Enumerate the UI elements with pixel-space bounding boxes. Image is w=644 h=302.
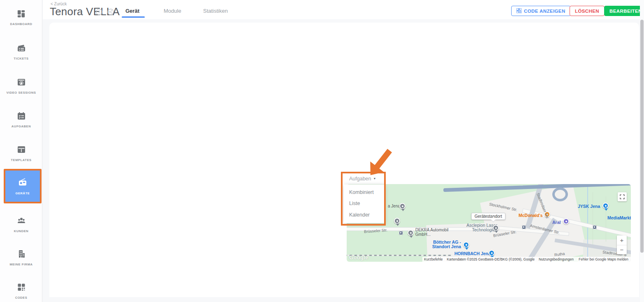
sidebar-label: DASHBOARD: [0, 22, 42, 26]
map-poi-label[interactable]: DEKRA Automobil GmbH...: [415, 228, 456, 237]
map-attribution: Kurzbefehle Kartendaten ©2025 GeoBasis-D…: [422, 257, 631, 262]
map-report-link[interactable]: Fehler bei Google Maps melden: [578, 257, 629, 261]
edit-label: BEARBEITEN: [609, 9, 642, 14]
tickets-icon: [16, 43, 26, 55]
scrollbar-track[interactable]: [640, 0, 644, 302]
scrollbar-thumb[interactable]: [640, 20, 644, 253]
map-pin-dekra[interactable]: [408, 230, 414, 236]
map-poi-label[interactable]: MediaMarkt: [607, 215, 631, 220]
google-logo: Google: [349, 254, 368, 261]
map-parcel-line: [593, 192, 593, 246]
sidebar-label: TICKETS: [0, 57, 42, 60]
company-icon: [16, 249, 26, 261]
detail-tab-aufgaben[interactable]: Aufgaben▼: [349, 176, 376, 182]
map-pin-store[interactable]: [463, 242, 469, 248]
map-pin-device-location[interactable]: [493, 225, 499, 231]
map-poi-label[interactable]: JYSK Jena: [578, 204, 600, 209]
map-pin-generic[interactable]: [394, 218, 400, 224]
sidebar-label: VIDEO SESSIONS: [0, 91, 42, 95]
qr-icon: [517, 8, 521, 14]
sidebar: DASHBOARD TICKETS VIDEO SESSIONS AUFGABE…: [0, 0, 42, 302]
customers-icon: [16, 216, 26, 227]
devices-icon: [17, 177, 28, 189]
tab-geraet[interactable]: Gerät: [125, 8, 139, 14]
delete-label: LÖSCHEN: [575, 9, 599, 14]
chevron-down-icon: ▼: [373, 177, 376, 180]
templates-icon: [16, 145, 26, 156]
map-shortcuts-link[interactable]: Kurzbefehle: [424, 257, 442, 261]
map-poi-label[interactable]: McDonald's: [519, 213, 543, 218]
share-icon[interactable]: [107, 9, 114, 15]
map-pin-store[interactable]: [489, 250, 495, 256]
sidebar-label: TEMPLATES: [0, 158, 42, 162]
dashboard-icon: [16, 9, 26, 20]
info-icon[interactable]: [96, 9, 102, 15]
sidebar-label: KUNDEN: [0, 229, 42, 233]
map-poi-label[interactable]: Aral: [552, 220, 561, 225]
video-sessions-icon: [16, 77, 26, 89]
delete-button[interactable]: LÖSCHEN: [570, 6, 605, 16]
sidebar-item-geraete-active[interactable]: GERÄTE: [4, 169, 42, 203]
sidebar-item-dashboard[interactable]: DASHBOARD: [0, 9, 42, 26]
map-pin-fuel[interactable]: [563, 218, 569, 224]
sidebar-label: MEINE FIRMA: [0, 263, 42, 266]
tab-statistiken[interactable]: Statistiken: [203, 8, 228, 14]
sidebar-item-templates[interactable]: TEMPLATES: [0, 145, 42, 162]
map-terms-link[interactable]: Nutzungsbedingungen: [539, 257, 574, 261]
map-pin-store[interactable]: [602, 203, 609, 209]
sidebar-item-tickets[interactable]: TICKETS: [0, 43, 42, 60]
map-poi-label[interactable]: a Jena: [388, 204, 400, 208]
device-location-map[interactable]: a Jena Brüsseler Str. DEKRA Automobil Gm…: [347, 184, 631, 262]
zoom-in-button[interactable]: +: [617, 235, 627, 245]
map-data-attribution: Kartendaten ©2025 GeoBasis-DE/BKG (©2009…: [447, 257, 535, 261]
show-code-label: CODE ANZEIGEN: [524, 9, 565, 14]
sidebar-label: GERÄTE: [16, 191, 30, 195]
device-location-tooltip: Gerätestandort: [471, 213, 505, 220]
sidebar-item-kunden[interactable]: KUNDEN: [0, 216, 42, 233]
sidebar-item-codes[interactable]: CODES: [0, 282, 42, 300]
aufgaben-label: Aufgaben: [349, 176, 371, 182]
map-highway-ramp: [552, 187, 568, 201]
zoom-out-button[interactable]: −: [617, 245, 627, 255]
sidebar-item-meine-firma[interactable]: MEINE FIRMA: [0, 249, 42, 266]
tab-module[interactable]: Module: [164, 8, 181, 14]
sidebar-label: CODES: [0, 296, 42, 300]
sidebar-item-aufgaben[interactable]: AUFGABEN: [0, 111, 42, 128]
fullscreen-button[interactable]: [618, 192, 627, 201]
map-boundary-line: [587, 184, 588, 262]
sidebar-item-video-sessions[interactable]: VIDEO SESSIONS: [0, 77, 42, 95]
map-pin-generic[interactable]: [399, 203, 405, 209]
dropdown-item-kalender[interactable]: Kalender: [344, 210, 385, 220]
dropdown-item-kombiniert[interactable]: Kombiniert: [344, 187, 385, 198]
map-zoom-control: + −: [617, 235, 627, 254]
bus-stop-icon[interactable]: [522, 225, 526, 229]
bus-stop-icon[interactable]: [593, 225, 597, 229]
bus-stop-icon[interactable]: [399, 231, 403, 235]
codes-icon: [16, 282, 26, 294]
tasks-icon: [16, 111, 26, 122]
map-poi-label[interactable]: Böttcher AG - Standort Jena: [430, 240, 461, 249]
dropdown-item-liste[interactable]: Liste: [344, 198, 385, 209]
sidebar-label: AUFGABEN: [0, 124, 42, 128]
aufgaben-dropdown-menu: Kombiniert Liste Kalender: [344, 184, 385, 223]
map-poi-label[interactable]: HORNBACH Jena: [454, 251, 491, 256]
app-window: DASHBOARD TICKETS VIDEO SESSIONS AUFGABE…: [0, 0, 644, 302]
active-tab-underline: [122, 16, 145, 18]
show-code-button[interactable]: CODE ANZEIGEN: [511, 6, 571, 16]
edit-button[interactable]: BEARBEITEN: [604, 6, 644, 16]
